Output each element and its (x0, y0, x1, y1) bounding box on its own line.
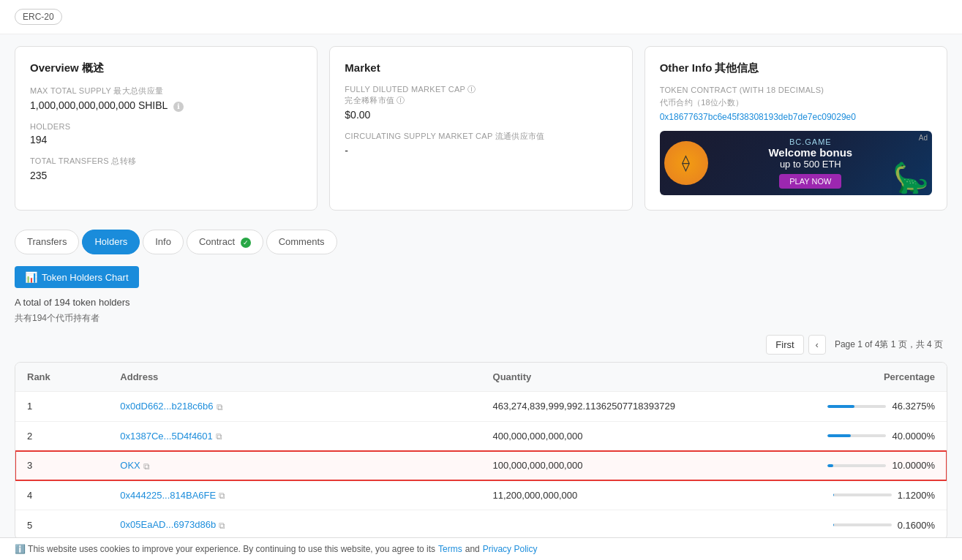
token-holders-chart-btn[interactable]: 📊 Token Holders Chart (15, 266, 139, 288)
ad-coin-icon: ⟠ (664, 141, 708, 185)
pct-text-3: 10.0000% (892, 460, 935, 471)
tab-transfers[interactable]: Transfers (15, 230, 79, 254)
other-info-title: Other Info 其他信息 (660, 61, 932, 75)
cookie-and: and (465, 544, 480, 552)
rank-4: 4 (15, 480, 108, 510)
percentage-cell-5: 0.1600% (760, 510, 947, 540)
csmc-label: CIRCULATING SUPPLY MARKET CAP 流通供应市值 (345, 131, 617, 142)
tab-info[interactable]: Info (143, 230, 184, 254)
col-header-quantity: Quantity (481, 363, 761, 392)
prev-page-btn[interactable]: ‹ (808, 335, 826, 355)
privacy-link[interactable]: Privacy Policy (483, 544, 538, 552)
holders-total-text: A total of 194 token holders (15, 297, 947, 308)
ad-content: BC.GAME Welcome bonus up to 500 ETH PLAY… (768, 137, 852, 189)
col-header-percentage: Percentage (760, 363, 947, 392)
pct-text-4: 1.1200% (898, 490, 935, 501)
table-row: 20x1387Ce...5D4f4601⧉400,000,000,000,000… (15, 421, 947, 451)
copy-icon-5[interactable]: ⧉ (219, 521, 229, 531)
pct-text-5: 0.1600% (898, 520, 935, 531)
rank-3: 3 (15, 451, 108, 481)
contract-label: TOKEN CONTRACT (WITH 18 DECIMALS) (660, 86, 932, 94)
col-header-rank: Rank (15, 363, 108, 392)
supply-label: MAX TOTAL SUPPLY 最大总供应量 (30, 86, 302, 97)
other-info-card: Other Info 其他信息 TOKEN CONTRACT (WITH 18 … (645, 46, 947, 211)
percentage-cell-3: 10.0000% (760, 451, 947, 481)
erc20-badge: ERC-20 (15, 9, 62, 25)
address-cell-1: 0x0dD662...b218c6b6⧉ (108, 392, 481, 422)
contract-verified-icon: ✓ (241, 238, 251, 248)
copy-icon-4[interactable]: ⧉ (219, 491, 229, 501)
rank-5: 5 (15, 510, 108, 540)
holders-table: Rank Address Quantity Percentage 10x0dD6… (15, 363, 947, 540)
top-bar: ERC-20 (0, 0, 962, 34)
address-cell-5: 0x05EaAD...6973d86b⧉ (108, 510, 481, 540)
rank-2: 2 (15, 421, 108, 451)
holders-total-cn: 共有194个代币持有者 (15, 312, 947, 325)
table-row: 10x0dD662...b218c6b6⧉463,274,839,999,992… (15, 392, 947, 422)
copy-icon-3[interactable]: ⧉ (143, 461, 154, 472)
overview-title: Overview 概述 (30, 61, 302, 75)
supply-info-icon[interactable]: ℹ (173, 102, 184, 112)
fdmc-value: $0.00 (345, 109, 617, 121)
table-row: 3OKX⧉100,000,000,000,00010.0000% (15, 451, 947, 481)
ad-label: Ad (919, 134, 928, 142)
percentage-cell-2: 40.0000% (760, 421, 947, 451)
supply-value: 1,000,000,000,000,000 SHIBL ℹ (30, 99, 302, 112)
percentage-cell-4: 1.1200% (760, 480, 947, 510)
address-link-3[interactable]: OKX (120, 460, 140, 471)
rank-1: 1 (15, 392, 108, 422)
quantity-cell-1: 463,274,839,999,992.11362507718393729 (481, 392, 761, 422)
ad-dino-icon: 🦕 (893, 161, 929, 195)
table-row: 40x444225...814BA6FE⧉11,200,000,000,0001… (15, 480, 947, 510)
quantity-cell-3: 100,000,000,000,000 (481, 451, 761, 481)
quantity-cell-4: 11,200,000,000,000 (481, 480, 761, 510)
market-card: Market FULLY DILUTED MARKET CAP ⓘ完全稀释市值 … (329, 46, 632, 211)
address-link-1[interactable]: 0x0dD662...b218c6b6 (120, 401, 213, 412)
cards-row: Overview 概述 MAX TOTAL SUPPLY 最大总供应量 1,00… (0, 34, 962, 222)
quantity-cell-5 (481, 510, 761, 540)
contract-address-link[interactable]: 0x18677637bc6e45f38308193deb7de7ec09029e… (660, 112, 856, 122)
ad-banner[interactable]: Ad ⟠ BC.GAME Welcome bonus up to 500 ETH… (660, 131, 932, 195)
tabs-bar: Transfers Holders Info Contract ✓ Commen… (0, 222, 962, 254)
transfers-label: TOTAL TRANSFERS 总转移 (30, 156, 302, 167)
holders-table-wrap: Rank Address Quantity Percentage 10x0dD6… (15, 362, 947, 540)
table-row: 50x05EaAD...6973d86b⧉0.1600% (15, 510, 947, 540)
cookie-text: ℹ️ This website uses cookies to improve … (15, 544, 435, 552)
content-area: 📊 Token Holders Chart A total of 194 tok… (0, 254, 962, 552)
csmc-value: - (345, 145, 617, 156)
terms-link[interactable]: Terms (438, 544, 462, 552)
first-page-btn[interactable]: First (766, 335, 803, 355)
holders-label: HOLDERS (30, 122, 302, 131)
overview-card: Overview 概述 MAX TOTAL SUPPLY 最大总供应量 1,00… (15, 46, 317, 211)
percentage-cell-1: 46.3275% (760, 392, 947, 422)
copy-icon-2[interactable]: ⧉ (216, 431, 226, 442)
tab-holders[interactable]: Holders (82, 230, 140, 254)
quantity-cell-2: 400,000,000,000,000 (481, 421, 761, 451)
address-cell-2: 0x1387Ce...5D4f4601⧉ (108, 421, 481, 451)
contract-label-cn: 代币合约（18位小数） (660, 97, 932, 108)
fdmc-label: FULLY DILUTED MARKET CAP ⓘ完全稀释市值 ⓘ (345, 84, 617, 106)
tab-contract[interactable]: Contract ✓ (187, 230, 263, 254)
copy-icon-1[interactable]: ⧉ (217, 402, 227, 412)
pct-text-1: 46.3275% (892, 401, 935, 412)
transfers-value: 235 (30, 170, 302, 181)
col-header-address: Address (108, 363, 481, 392)
address-link-2[interactable]: 0x1387Ce...5D4f4601 (120, 431, 212, 442)
chart-icon: 📊 (25, 271, 37, 283)
table-header-row: Rank Address Quantity Percentage (15, 363, 947, 392)
pct-text-2: 40.0000% (892, 431, 935, 442)
address-link-5[interactable]: 0x05EaAD...6973d86b (120, 519, 216, 530)
address-link-4[interactable]: 0x444225...814BA6FE (120, 490, 216, 501)
page-info: Page 1 of 4第 1 页，共 4 页 (830, 338, 947, 351)
ad-brand: BC.GAME (768, 137, 852, 146)
address-cell-4: 0x444225...814BA6FE⧉ (108, 480, 481, 510)
holders-value: 194 (30, 134, 302, 145)
cookie-bar: ℹ️ This website uses cookies to improve … (0, 537, 962, 552)
market-title: Market (345, 61, 617, 74)
ad-sub: up to 500 ETH (768, 159, 852, 170)
ad-headline: Welcome bonus (768, 146, 852, 159)
pagination-row: First ‹ Page 1 of 4第 1 页，共 4 页 (15, 335, 947, 355)
address-cell-3: OKX⧉ (108, 451, 481, 481)
ad-play-btn[interactable]: PLAY NOW (779, 174, 841, 189)
tab-comments[interactable]: Comments (266, 230, 337, 254)
